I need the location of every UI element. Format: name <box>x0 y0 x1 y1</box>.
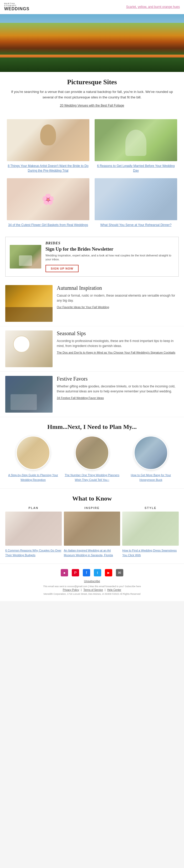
pinterest-icon[interactable]: P <box>72 569 79 577</box>
logo-line3: weddings <box>4 6 29 11</box>
festive-content: Festive Favors Whether gifting edible go… <box>57 376 179 400</box>
instagram-icon[interactable]: ● <box>61 569 68 577</box>
wtk-columns: PLAN 6 Common Reasons Why Couples Go Ove… <box>5 506 179 557</box>
wtk-col-plan: PLAN 6 Common Reasons Why Couples Go Ove… <box>5 506 62 557</box>
rehearsal-image <box>95 178 177 220</box>
rehearsal-caption[interactable]: What Should You Serve at Your Rehearsal … <box>100 223 172 227</box>
social-footer: ● P f t ► ✉ Unsubscribe This email was s… <box>0 563 184 601</box>
autumnal-link[interactable]: Our Favorite Ideas for Your Fall Wedding <box>57 305 179 309</box>
twitter-icon[interactable]: t <box>94 569 101 577</box>
tos-link[interactable]: Terms of Service <box>83 588 103 591</box>
makeup-caption[interactable]: 8 Things Your Makeup Artist Doesn't Want… <box>8 164 88 173</box>
wtk-col-inspire: INSPIRE An Italian-Inspired Wedding at a… <box>64 506 121 557</box>
signup-button[interactable]: SIGN UP NOW <box>46 265 79 272</box>
newsletter-title: Sign Up for the Brides Newsletter <box>46 246 174 252</box>
reception-circle-image <box>16 436 50 470</box>
feature-autumnal: Autumnal Inspiration Casual or formal, r… <box>0 281 184 326</box>
newsletter-desc: Wedding inspiration, expert advice, and … <box>46 253 174 262</box>
festive-link[interactable]: 34 Festive Fall Wedding Favor Ideas <box>57 396 179 400</box>
youtube-icon[interactable]: ► <box>105 569 112 577</box>
what-to-know-section: What to Know PLAN 6 Common Reasons Why C… <box>0 489 184 564</box>
newsletter-brand: BRIDES <box>46 241 174 245</box>
grid-item-3: 34 of the Cutest Flower Girl Baskets fro… <box>4 176 92 230</box>
planning-title: Hmm...Next, I Need to Plan My... <box>5 423 179 430</box>
planning-item-3: How to Get More Bang for Your Honeymoon … <box>123 436 179 482</box>
picturesque-title: Picturesque Sites <box>10 78 174 86</box>
unsubscribe-link[interactable]: Unsubscribe <box>5 580 179 583</box>
flower-caption[interactable]: 34 of the Cutest Flower Girl Baskets fro… <box>8 223 88 227</box>
picturesque-link[interactable]: 20 Wedding Venues with the Best Fall Fol… <box>60 104 124 107</box>
wtk-header-inspire: INSPIRE <box>64 506 121 512</box>
feature-seasonal: Seasonal Sips According to professional … <box>0 326 184 372</box>
planning-caption-3[interactable]: How to Get More Bang for Your Honeymoon … <box>131 473 171 482</box>
logo-line1: MARTHA <box>4 3 29 5</box>
planning-item-1: A Step-by-Step Guide to Planning Your We… <box>5 436 61 482</box>
planning-caption-1[interactable]: A Step-by-Step Guide to Planning Your We… <box>8 473 58 482</box>
autumnal-desc: Casual or formal, rustic or modern, thes… <box>57 293 179 303</box>
wtk-title: What to Know <box>5 495 179 502</box>
autumnal-title: Autumnal Inspiration <box>57 285 179 291</box>
seasonal-image <box>5 331 53 367</box>
seasonal-title: Seasonal Sips <box>57 331 179 337</box>
inspire-caption[interactable]: An Italian-Inspired Wedding at an Art Mu… <box>64 549 113 557</box>
footer-links-row: Privacy Policy | Terms of Service | Help… <box>5 588 179 591</box>
festive-image <box>5 376 53 413</box>
planning-grid: A Step-by-Step Guide to Planning Your We… <box>5 436 179 482</box>
style-caption[interactable]: How to Find a Wedding Dress Seamstress Y… <box>122 549 177 557</box>
newsletter-image <box>10 245 41 269</box>
autumnal-content: Autumnal Inspiration Casual or formal, r… <box>57 285 179 309</box>
footer-sent-text: This email was sent to xxxxxx@gmail.com … <box>5 585 179 588</box>
grid-item-4: What Should You Serve at Your Rehearsal … <box>92 176 180 230</box>
planning-section: Hmm...Next, I Need to Plan My... A Step-… <box>0 417 184 489</box>
picturesque-description: If you're searching for a venue that can… <box>10 89 174 100</box>
facebook-icon[interactable]: f <box>83 569 90 577</box>
plan-image <box>5 512 62 546</box>
logo-line2: STEWART <box>4 5 29 7</box>
grid-item-2: 6 Reasons to Get Legally Married Before … <box>92 117 180 176</box>
social-icons-row: ● P f t ► ✉ <box>5 569 179 577</box>
wtk-col-style: STYLE How to Find a Wedding Dress Seamst… <box>122 506 179 557</box>
planners-circle-image <box>75 436 109 470</box>
makeup-image <box>7 119 89 161</box>
copyright-text: Meredith Corporation, 1716 Locust Street… <box>5 592 179 596</box>
grid-item-1: 8 Things Your Makeup Artist Doesn't Want… <box>4 117 92 176</box>
honeymoon-circle-image <box>134 436 168 470</box>
wtk-header-plan: PLAN <box>5 506 62 512</box>
planning-caption-2[interactable]: The Number One Thing Wedding Planners Wi… <box>65 473 119 482</box>
seasonal-link[interactable]: The Dos and Don'ts to Keep in Mind as Yo… <box>57 351 179 354</box>
plan-caption[interactable]: 6 Common Reasons Why Couples Go Over The… <box>5 549 61 557</box>
seasonal-content: Seasonal Sips According to professional … <box>57 331 179 355</box>
style-image <box>122 512 179 546</box>
legally-image <box>95 119 177 161</box>
feature-festive: Festive Favors Whether gifting edible go… <box>0 372 184 417</box>
wtk-header-style: STYLE <box>122 506 179 512</box>
header-nav-link[interactable]: Scarlet, yellow, and burnt orange hues <box>126 5 180 9</box>
picturesque-section: Picturesque Sites If you're searching fo… <box>0 72 184 114</box>
logo: MARTHA STEWART weddings <box>4 3 29 11</box>
privacy-policy-link[interactable]: Privacy Policy <box>63 588 79 591</box>
email-header: MARTHA STEWART weddings Scarlet, yellow,… <box>0 0 184 14</box>
festive-title: Festive Favors <box>57 376 179 382</box>
hero-image <box>0 14 184 72</box>
inspire-image <box>64 512 121 546</box>
newsletter-box: BRIDES Sign Up for the Brides Newsletter… <box>5 237 179 277</box>
autumnal-image <box>5 285 53 322</box>
newsletter-content: BRIDES Sign Up for the Brides Newsletter… <box>46 241 174 272</box>
festive-desc: Whether gifting edible goodies, decorati… <box>57 384 179 394</box>
subscribe-here-link[interactable]: Subscribe here <box>125 585 141 588</box>
planning-item-2: The Number One Thing Wedding Planners Wi… <box>64 436 120 482</box>
legally-caption[interactable]: 6 Reasons to Get Legally Married Before … <box>97 164 175 173</box>
email-wrapper: MARTHA STEWART weddings Scarlet, yellow,… <box>0 0 184 601</box>
article-grid: 8 Things Your Makeup Artist Doesn't Want… <box>0 114 184 232</box>
flower-image <box>7 178 89 220</box>
seasonal-desc: According to professional mixologists, t… <box>57 339 179 348</box>
help-center-link[interactable]: Help Center <box>107 588 121 591</box>
email-icon[interactable]: ✉ <box>116 569 123 577</box>
